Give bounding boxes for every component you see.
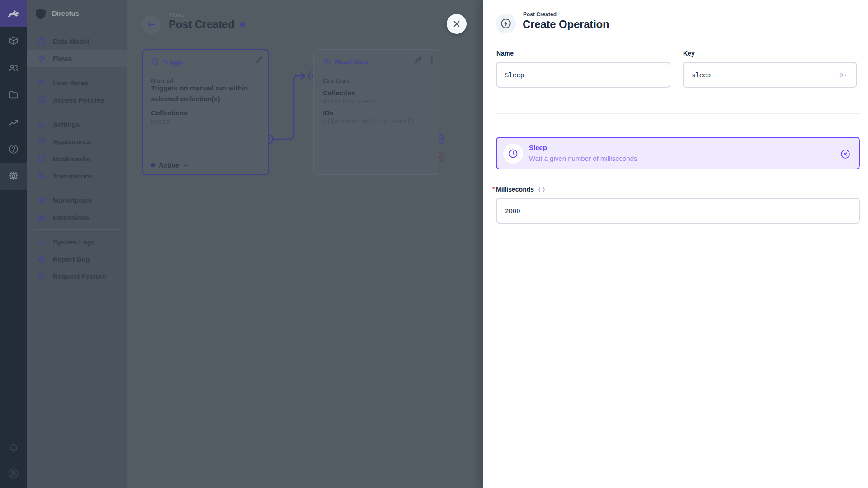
nav-label: Request Feature xyxy=(53,272,106,280)
drawer-breadcrumb: Post Created xyxy=(523,11,557,18)
nav-label: Data Model xyxy=(53,38,89,45)
milliseconds-label: Milliseconds xyxy=(496,186,534,193)
nav-item-report-bug[interactable]: Report Bug xyxy=(27,250,127,267)
edit-operation-icon[interactable] xyxy=(414,56,423,65)
nav-item-system-logs[interactable]: System Logs xyxy=(27,233,127,250)
nav-label: Settings xyxy=(53,121,80,128)
active-status-dot xyxy=(151,163,155,167)
module-files-icon[interactable] xyxy=(0,81,27,108)
edit-trigger-icon[interactable] xyxy=(255,56,264,65)
nav-item-extensions[interactable]: Extensions xyxy=(27,209,127,226)
collection-label: Collection xyxy=(323,88,422,99)
nav-label: Extensions xyxy=(53,214,89,221)
name-field-label: Name xyxy=(496,50,514,57)
module-insights-icon[interactable] xyxy=(0,110,27,137)
storefront-icon xyxy=(37,196,46,205)
tune-sliders-icon xyxy=(37,120,46,129)
bolt-icon xyxy=(37,54,46,63)
key-field-label: Key xyxy=(683,50,695,57)
trigger-panel[interactable]: Trigger Manual Triggers on manual run wi… xyxy=(142,49,269,175)
flow-status-dot xyxy=(240,22,245,27)
nav-item-access-policies[interactable]: Access Policies xyxy=(27,91,127,108)
create-operation-drawer: Post Created Create Operation Name T Key… xyxy=(483,0,868,488)
nav-label: Bookmarks xyxy=(53,155,90,163)
selected-operation-description: Wait a given number of milliseconds xyxy=(529,155,637,162)
directus-logo[interactable] xyxy=(0,0,27,27)
feature-star-icon xyxy=(37,272,46,281)
deselect-operation-icon[interactable] xyxy=(840,149,851,160)
module-help-icon[interactable] xyxy=(0,136,27,163)
nav-label: Access Policies xyxy=(53,96,104,104)
nav-divider xyxy=(34,188,120,188)
terminal-icon xyxy=(37,237,46,246)
collection-value: directus_users xyxy=(323,98,376,105)
nav-item-user-roles[interactable]: User Roles xyxy=(27,74,127,91)
ids-value: {{$accountability.user}} xyxy=(323,117,414,125)
milliseconds-input[interactable] xyxy=(496,198,860,224)
bolt-circle-icon xyxy=(151,57,159,66)
operation-panel-header: Read Data xyxy=(323,57,368,66)
module-settings-icon[interactable] xyxy=(0,163,27,190)
selected-operation-banner[interactable]: Sleep Wait a given number of millisecond… xyxy=(496,137,860,169)
flow-status-toggle[interactable]: Active xyxy=(151,161,189,169)
nav-item-marketplace[interactable]: Marketplace xyxy=(27,192,127,209)
project-shield-icon xyxy=(35,8,47,19)
key-input[interactable] xyxy=(683,62,857,88)
nav-label: System Logs xyxy=(53,238,95,246)
flow-canvas: Flows Post Created Trigger Manual Trigge… xyxy=(127,0,483,488)
account-avatar-icon[interactable] xyxy=(0,460,27,487)
settings-navigation: Directus Data Model Flows User Roles Acc… xyxy=(27,0,127,488)
module-users-icon[interactable] xyxy=(0,54,27,81)
nav-label: Translations xyxy=(53,172,93,180)
panel-title: Trigger xyxy=(163,58,186,66)
breadcrumb[interactable]: Flows xyxy=(169,12,184,18)
required-indicator xyxy=(492,187,495,189)
nav-divider xyxy=(34,229,120,230)
back-button[interactable] xyxy=(142,15,161,34)
key-icon xyxy=(838,70,848,80)
collections-label: Collections xyxy=(151,108,250,118)
project-header[interactable]: Directus xyxy=(27,0,127,27)
eye-icon xyxy=(323,57,331,66)
nav-item-translations[interactable]: Translations xyxy=(27,167,127,184)
operation-menu-kebab-icon[interactable] xyxy=(428,56,435,65)
notifications-bell-icon[interactable] xyxy=(0,434,27,461)
nav-item-appearance[interactable]: Appearance xyxy=(27,133,127,150)
chevron-down-icon xyxy=(183,162,189,169)
nav-item-bookmarks[interactable]: Bookmarks xyxy=(27,150,127,167)
arrow-left-icon xyxy=(146,19,156,29)
bookmark-icon xyxy=(37,154,46,163)
milliseconds-label-row: Milliseconds {} xyxy=(492,186,546,193)
operation-panel-read-data[interactable]: Read Data Get User Collection directus_u… xyxy=(313,49,439,175)
nav-item-settings[interactable]: Settings xyxy=(27,116,127,133)
nav-divider xyxy=(34,70,120,70)
nav-item-request-feature[interactable]: Request Feature xyxy=(27,267,127,285)
nav-label: Marketplace xyxy=(53,197,92,204)
project-name: Directus xyxy=(52,9,79,17)
panel-title: Read Data xyxy=(335,58,368,66)
app-window: Directus Data Model Flows User Roles Acc… xyxy=(0,0,868,488)
translate-icon xyxy=(37,171,46,180)
raw-value-braces-icon[interactable]: {} xyxy=(538,186,546,193)
sleep-clock-icon xyxy=(503,144,523,164)
rabbit-logo-icon xyxy=(6,6,21,21)
close-drawer-button[interactable] xyxy=(447,14,467,34)
bug-icon xyxy=(37,254,46,263)
trigger-description: Triggers on manual run within selected c… xyxy=(151,83,250,104)
policy-shield-icon xyxy=(37,95,46,104)
name-input[interactable] xyxy=(496,62,670,88)
selected-operation-name: Sleep xyxy=(529,144,547,151)
database-icon xyxy=(37,37,46,46)
nav-label: Appearance xyxy=(53,138,92,145)
nav-divider xyxy=(34,112,120,112)
nav-item-flows[interactable]: Flows xyxy=(27,50,127,67)
nav-label: Flows xyxy=(53,55,72,62)
module-bar xyxy=(0,0,27,488)
trigger-panel-header: Trigger xyxy=(151,57,186,66)
nav-item-data-model[interactable]: Data Model xyxy=(27,33,127,50)
module-content-icon[interactable] xyxy=(0,27,27,54)
drawer-title: Create Operation xyxy=(523,18,609,31)
operation-bolt-icon xyxy=(496,14,516,33)
palette-icon xyxy=(37,137,46,146)
arrow-head xyxy=(301,73,305,79)
